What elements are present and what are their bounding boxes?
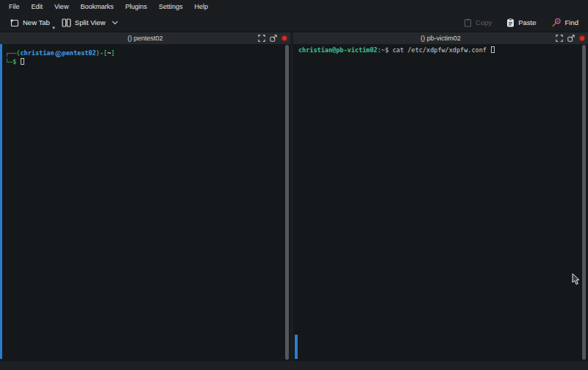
split-view-icon (62, 18, 71, 27)
close-split-icon[interactable] (282, 35, 287, 41)
menu-view[interactable]: View (49, 0, 74, 13)
menu-bookmarks[interactable]: Bookmarks (74, 0, 119, 13)
paste-icon (506, 18, 514, 27)
terminal-text-segment: christian (20, 49, 54, 57)
terminal-text-segment: )-[ (96, 49, 107, 57)
window-bottom-edge (0, 361, 588, 369)
split-view-button[interactable]: Split View (58, 16, 123, 29)
close-split-icon[interactable] (579, 35, 585, 41)
detach-split-icon[interactable] (270, 32, 277, 45)
find-button[interactable]: Find (548, 15, 582, 29)
mouse-pointer-icon (572, 274, 581, 288)
terminal-split-area: ┌──(christian@pentest02)-[~]└─$ christia… (0, 44, 588, 361)
left-terminal[interactable]: ┌──(christian@pentest02)-[~]└─$ (0, 44, 290, 361)
new-tab-icon (10, 18, 19, 27)
right-terminal-content: christian@pb-victim02:~$ cat /etc/xdpfw/… (298, 46, 581, 55)
copy-icon (464, 18, 472, 27)
new-tab-button[interactable]: New Tab ▾ (6, 16, 54, 29)
right-pane-header[interactable]: () pb-victim02 (293, 32, 588, 44)
new-tab-dropdown-caret[interactable]: ▾ (52, 26, 55, 30)
left-terminal-content: ┌──(christian@pentest02)-[~]└─$ (5, 49, 283, 66)
right-terminal-scrollbar[interactable] (582, 45, 586, 360)
menu-bar: File Edit View Bookmarks Plugins Setting… (0, 0, 588, 13)
menu-help[interactable]: Help (188, 0, 214, 13)
konsole-window: { "menubar": { "items": ["File", "Edit",… (0, 0, 588, 370)
detach-split-icon[interactable] (567, 32, 575, 45)
menu-settings[interactable]: Settings (153, 0, 189, 13)
left-pane-title: () pentest02 (127, 35, 162, 42)
find-magnifier-icon (551, 18, 562, 27)
menu-plugins[interactable]: Plugins (119, 0, 153, 13)
terminal-text-segment: ] (111, 49, 115, 57)
split-view-chevron-icon[interactable] (112, 21, 118, 25)
terminal-text-segment: christian@pb-victim02 (298, 46, 377, 54)
terminal-text-segment: pentest02 (62, 49, 96, 57)
left-terminal-focus-bar (0, 44, 2, 359)
left-terminal-scrollbar[interactable] (285, 45, 289, 360)
right-terminal[interactable]: christian@pb-victim02:~$ cat /etc/xdpfw/… (293, 44, 588, 361)
split-view-label: Split View (75, 18, 106, 26)
paste-button[interactable]: Paste (503, 16, 539, 29)
terminal-cursor (21, 58, 24, 65)
terminal-line: christian@pb-victim02:~$ cat /etc/xdpfw/… (298, 46, 581, 55)
paste-label: Paste (518, 18, 536, 26)
main-toolbar: New Tab ▾ Split View Copy (0, 13, 588, 32)
left-pane-header[interactable]: () pentest02 (0, 32, 290, 44)
terminal-line: ┌──(christian@pentest02)-[~] (5, 49, 283, 58)
terminal-text-segment: └─$ (5, 58, 20, 65)
kali-at-symbol: @ (55, 51, 62, 57)
terminal-line: └─$ (5, 58, 283, 67)
terminal-cursor (491, 46, 495, 53)
copy-label: Copy (476, 18, 492, 26)
terminal-text-segment: cat /etc/xdpfw/xdpfw.conf (392, 46, 490, 54)
menu-file[interactable]: File (3, 0, 26, 13)
maximize-split-icon[interactable] (258, 32, 265, 45)
maximize-split-icon[interactable] (556, 32, 563, 45)
right-terminal-scroll-indicator (295, 335, 298, 359)
find-label: Find (565, 18, 578, 26)
right-pane-title: () pb-victim02 (420, 35, 461, 42)
copy-button[interactable]: Copy (460, 16, 495, 29)
new-tab-label: New Tab (23, 18, 50, 26)
split-headers: () pentest02 () pb-victim02 (0, 32, 588, 44)
menu-edit[interactable]: Edit (26, 0, 49, 13)
terminal-text-segment: ┌──( (5, 49, 20, 57)
terminal-text-segment: $ (385, 46, 392, 54)
